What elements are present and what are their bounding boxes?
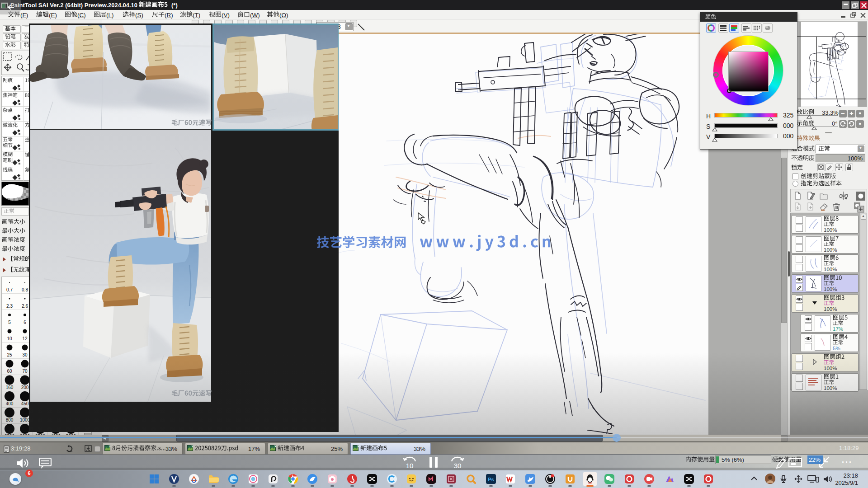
svg-text:Ps: Ps (488, 477, 494, 482)
svg-text:10: 10 (406, 462, 414, 469)
svg-text:30: 30 (454, 462, 462, 469)
